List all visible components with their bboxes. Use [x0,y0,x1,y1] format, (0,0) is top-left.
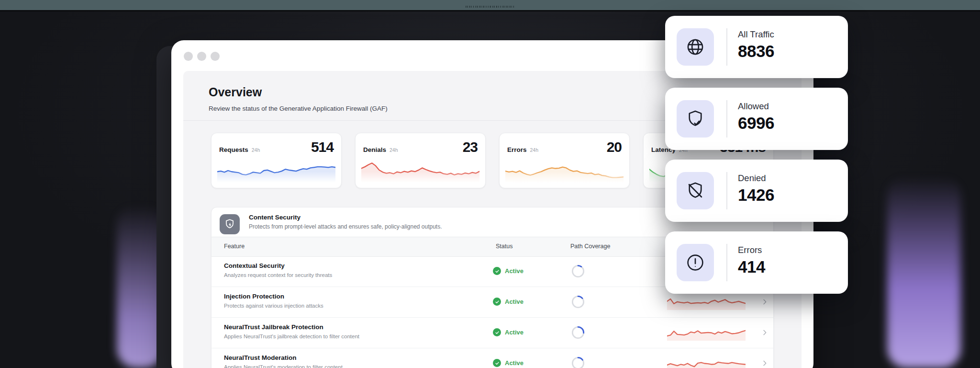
stat-label: Denials [363,146,386,153]
status-text: Active [505,267,523,275]
status-badge: Active [493,298,523,306]
kpi-value: 414 [738,257,765,276]
shield-check-icon [677,100,714,138]
overlay-card-allowed: Allowed 6996 [665,88,848,150]
stat-period-badge: 24h [252,147,260,153]
column-feature: Feature [224,243,245,250]
panel-title: Content Security [249,214,301,221]
stat-value: 23 [463,139,478,155]
status-text: Active [505,329,523,336]
stat-period-badge: 24h [530,147,539,153]
denials-sparkline [361,157,479,184]
check-circle-icon [493,328,501,336]
status-text: Active [505,298,523,305]
check-circle-icon [493,267,501,275]
overlay-card-errors: Errors 414 [665,231,848,294]
card-divider [726,100,727,138]
chevron-right-icon[interactable] [761,359,768,367]
status-badge: Active [493,267,523,275]
fine-print-decoration [466,6,514,8]
sparkline-fade [217,172,335,184]
check-circle-icon [493,298,501,306]
kpi-label: Denied [738,173,766,184]
stat-card-requests: Requests 24h 514 [211,133,342,188]
errors-sparkline [505,157,624,184]
kpi-label: All Traffic [738,29,774,40]
feature-description: Applies NeuralTrust's moderation to filt… [224,364,343,368]
shield-off-icon [677,172,714,209]
status-badge: Active [493,328,523,336]
path-coverage-ring [571,264,585,278]
requests-sparkline [217,157,335,184]
chevron-right-icon[interactable] [761,298,768,306]
feature-name: NeuralTrust Jailbreak Protection [224,323,323,331]
feature-row[interactable]: NeuralTrust Moderation Applies NeuralTru… [212,348,773,368]
path-coverage-ring [571,356,585,368]
overlay-card-denied: Denied 1426 [665,160,848,222]
feature-trend-sparkline [667,325,746,341]
window-close-dot[interactable] [184,52,193,61]
page-subtitle: Review the status of the Generative Appl… [209,105,388,112]
kpi-label: Errors [738,245,762,255]
window-minimize-dot[interactable] [197,52,206,61]
alert-circle-icon [677,244,714,281]
status-badge: Active [493,359,523,367]
path-coverage-ring [571,326,585,339]
kpi-value: 8836 [738,42,774,61]
sparkline-fade [505,172,624,184]
kpi-value: 1426 [738,185,774,205]
stat-label: Errors [507,146,527,153]
stat-card-errors: Errors 24h 20 [499,133,630,188]
feature-description: Protects against various injection attac… [224,303,323,309]
kpi-label: Allowed [738,101,769,112]
stat-period-badge: 24h [390,147,398,153]
chevron-right-icon[interactable] [761,329,768,336]
feature-trend-sparkline [667,356,746,368]
stat-label: Requests [219,146,248,153]
feature-description: Analyzes request context for security th… [224,272,332,278]
column-path-coverage: Path Coverage [570,243,610,250]
feature-trend-sparkline [667,294,746,310]
feature-row[interactable]: NeuralTrust Jailbreak Protection Applies… [212,318,773,348]
feature-name: Injection Protection [224,293,284,300]
path-coverage-ring [571,295,585,309]
window-maximize-dot[interactable] [211,52,220,61]
stat-value: 20 [607,139,622,155]
window-controls [184,52,220,61]
desktop-top-strip [0,0,980,12]
feature-description: Applies NeuralTrust's jailbreak detectio… [224,334,359,339]
feature-name: Contextual Security [224,262,285,269]
column-status: Status [496,243,512,250]
shield-bolt-icon [220,214,240,234]
status-text: Active [505,359,523,367]
page-title: Overview [209,85,262,99]
card-divider [726,172,727,209]
panel-subtitle: Protects from prompt-level attacks and e… [249,223,442,230]
screen: Overview Review the status of the Genera… [0,0,980,368]
card-divider [726,28,727,66]
feature-name: NeuralTrust Moderation [224,354,297,361]
kpi-value: 6996 [738,114,774,133]
stat-value: 514 [311,139,334,155]
check-circle-icon [493,359,501,367]
sparkline-fade [361,172,479,184]
card-divider [726,244,727,281]
globe-icon [677,28,714,66]
stat-card-denials: Denials 24h 23 [355,133,486,188]
purple-glow-right [887,176,961,368]
overlay-card-all-traffic: All Traffic 8836 [665,16,848,78]
